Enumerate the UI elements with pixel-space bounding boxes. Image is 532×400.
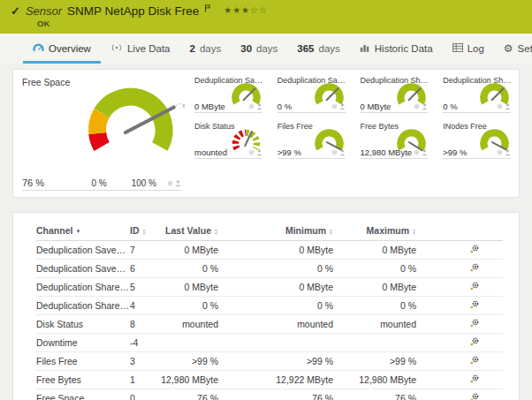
cell-maximum: 0 % [337, 297, 420, 315]
tile-gear-icon[interactable] [248, 102, 255, 111]
cell-last-value: 0 % [160, 297, 222, 315]
priority-stars[interactable]: ★★★☆☆ [224, 5, 268, 15]
tile-user-icon[interactable] [256, 102, 262, 111]
tile-user-icon[interactable] [505, 147, 511, 157]
tile-user-icon[interactable] [505, 102, 511, 111]
channel-settings-gear-icon[interactable] [469, 244, 480, 256]
table-row: Deduplication Saved Sp... 7 0 MByte 0 MB… [36, 241, 503, 260]
channel-settings-gear-icon[interactable] [469, 299, 480, 312]
tile-dedup-shared-pct[interactable]: Deduplication Shared ... 0 % [435, 72, 513, 117]
channels-table: Channel▼ ID▲▼ Last Value▲▼ Minimum▲▼ Max… [36, 220, 503, 400]
cell-channel: Downtime [36, 334, 130, 352]
tile-gear-icon[interactable] [331, 102, 338, 111]
tile-gear-icon[interactable] [497, 102, 503, 111]
tile-gear-icon[interactable] [248, 147, 255, 157]
tile-user-icon[interactable] [422, 147, 428, 157]
cell-id: 7 [130, 241, 160, 260]
cell-id: 6 [130, 260, 160, 278]
tab-log[interactable]: Log [443, 34, 494, 64]
tab-settings[interactable]: ⚙ Settings [494, 34, 532, 64]
tab-365-days[interactable]: 365 days [287, 34, 349, 64]
gauge-value: 76 % [22, 177, 44, 188]
status-check-icon: ✓ [11, 4, 20, 18]
cell-maximum [337, 334, 420, 352]
channel-settings-gear-icon[interactable] [469, 262, 480, 275]
tile-gear-icon[interactable] [414, 147, 420, 157]
cell-maximum: >99 % [337, 352, 420, 371]
channel-settings-gear-icon[interactable] [469, 392, 480, 400]
tile-dedup-shared-bytes[interactable]: Deduplication Shared ... 0 MByte [353, 72, 431, 117]
gauge-scale-max: 100 % [132, 178, 156, 188]
overview-gauge-icon [33, 43, 44, 54]
tab-historic-data[interactable]: Historic Data [350, 34, 443, 64]
bar-chart-icon [360, 43, 370, 54]
cell-last-value: >99 % [160, 352, 222, 371]
tile-user-icon[interactable] [422, 102, 428, 111]
column-header-last-value[interactable]: Last Value▲▼ [160, 220, 222, 241]
cell-channel: Deduplication Saved Sp... [36, 241, 130, 260]
tile-value: 0 % [443, 102, 457, 111]
column-header-id[interactable]: ID▲▼ [130, 220, 160, 241]
overview-content: Free Space x 76 % 0 % 100 % [0, 64, 532, 400]
cell-channel: Free Bytes [36, 371, 130, 389]
column-header-maximum[interactable]: Maximum▲▼ [337, 220, 420, 241]
tile-files-free[interactable]: Files Free >99 % [270, 117, 348, 163]
free-space-gauge: Free Space x 76 % 0 % 100 % [13, 70, 186, 197]
tile-value: 0 MByte [361, 102, 391, 111]
column-header-channel[interactable]: Channel▼ [36, 220, 130, 241]
tab-live-data[interactable]: Live Data [101, 34, 180, 64]
cell-minimum: >99 % [222, 352, 337, 371]
tab-30-days-unit: days [256, 43, 277, 54]
gauge-settings-gear-icon[interactable] [167, 178, 173, 188]
tab-30-days[interactable]: 30 days [231, 34, 287, 64]
tile-free-bytes[interactable]: Free Bytes 12,980 MByte [353, 117, 431, 163]
gauge-scale-min: 0 % [91, 178, 106, 188]
cell-last-value: 0 % [160, 260, 222, 278]
mini-gauge-grid: Deduplication Saved S... 0 MByte Dedupli… [186, 70, 519, 197]
column-header-minimum[interactable]: Minimum▲▼ [222, 220, 337, 241]
svg-text:x: x [182, 102, 186, 109]
tab-2-days[interactable]: 2 days [180, 34, 232, 64]
tile-value: >99 % [443, 147, 467, 157]
channels-table-panel: Channel▼ ID▲▼ Last Value▲▼ Minimum▲▼ Max… [12, 212, 520, 400]
tile-gear-icon[interactable] [497, 147, 503, 157]
tile-user-icon[interactable] [256, 147, 262, 157]
cell-maximum: 0 MByte [337, 241, 420, 260]
tile-gear-icon[interactable] [414, 102, 420, 111]
cell-id: 1 [130, 371, 160, 389]
cell-channel: Disk Status [36, 315, 130, 334]
tile-dedup-saved-bytes[interactable]: Deduplication Saved S... 0 MByte [186, 72, 265, 117]
channel-settings-gear-icon[interactable] [469, 336, 480, 349]
cell-edit [420, 241, 503, 260]
tile-user-icon[interactable] [339, 102, 346, 111]
tile-user-icon[interactable] [339, 147, 346, 157]
cell-last-value: 0 MByte [160, 278, 222, 297]
tile-disk-status[interactable]: Disk Status mounted [186, 117, 265, 163]
tile-inodes-free[interactable]: INodes Free >99 % [435, 117, 513, 163]
cell-channel: Free Space [36, 389, 130, 400]
table-row: Downtime -4 [36, 334, 503, 352]
tile-dedup-saved-pct[interactable]: Deduplication Saved S... 0 % [270, 72, 348, 117]
cell-maximum: 76 % [337, 389, 420, 400]
sort-desc-icon: ▼ [75, 229, 80, 234]
channel-settings-gear-icon[interactable] [469, 374, 480, 386]
cell-edit [420, 297, 503, 315]
sort-icon: ▲▼ [412, 228, 416, 235]
channel-settings-gear-icon[interactable] [469, 355, 480, 367]
table-row: Free Bytes 1 12,980 MByte 12,922 MByte 1… [36, 371, 503, 389]
tab-live-data-label: Live Data [127, 43, 171, 54]
tile-gear-icon[interactable] [331, 147, 338, 157]
cell-last-value [160, 334, 222, 352]
cell-maximum: 12,980 MByte [337, 371, 420, 389]
channel-settings-gear-icon[interactable] [469, 281, 480, 293]
cell-last-value: 76 % [160, 389, 222, 400]
gauge-user-icon[interactable] [175, 178, 181, 188]
cell-id: 8 [130, 315, 160, 334]
tab-overview-label: Overview [49, 43, 91, 54]
log-table-icon [452, 43, 463, 54]
gauges-panel: Free Space x 76 % 0 % 100 % [12, 69, 520, 198]
tab-2-days-unit: days [200, 43, 221, 54]
cell-minimum [222, 334, 337, 352]
tab-overview[interactable]: Overview [23, 34, 101, 64]
channel-settings-gear-icon[interactable] [469, 318, 480, 330]
